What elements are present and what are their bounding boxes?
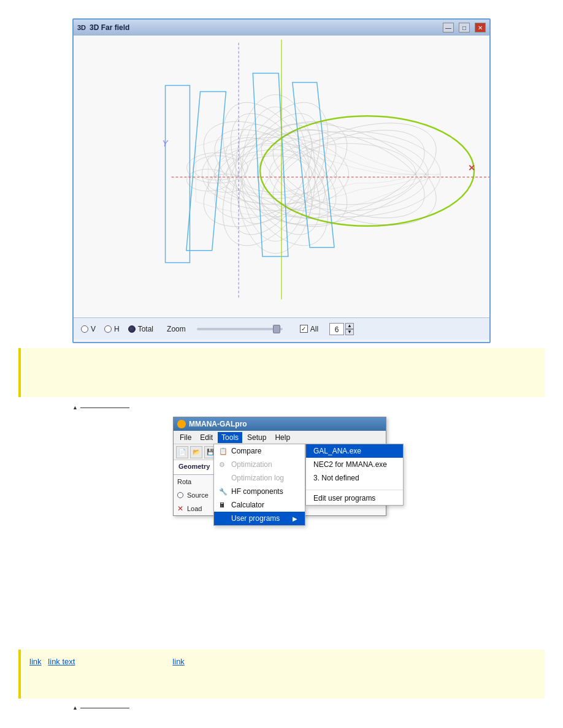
- v-radio[interactable]: V: [81, 325, 96, 333]
- v-radio-circle: [81, 325, 88, 333]
- user-programs-submenu: GAL_ANA.exe NEC2 for MMANA.exe 3. Not de…: [305, 444, 404, 506]
- note-box-2: link link text link: [18, 650, 545, 699]
- optimization-log-label: Optimization log: [231, 474, 284, 482]
- source-label: Source: [187, 491, 209, 499]
- viewport-toolbar: V H Total Zoom ✓ All 6 ▲ ▼: [74, 317, 489, 339]
- far-field-window: 3D 3D Far field — □ ✕ Y ✕: [72, 18, 491, 343]
- spinner-down[interactable]: ▼: [345, 329, 354, 335]
- maximize-button[interactable]: □: [459, 23, 470, 32]
- dropdown-optimization-log: Optimization log: [214, 471, 305, 485]
- footnote-1: ▲: [72, 404, 129, 411]
- optimization-icon: ⚙: [219, 461, 225, 469]
- mmana-title-label: MMANA-GALpro: [189, 420, 247, 428]
- submenu-gal-ana[interactable]: GAL_ANA.exe: [306, 444, 403, 458]
- submenu-edit-programs[interactable]: Edit user programs: [306, 491, 403, 505]
- hf-icon: 🔧: [219, 488, 228, 496]
- note-box-1: [18, 348, 545, 397]
- mmana-titlebar: MMANA-GALpro: [174, 417, 386, 431]
- note2-link2[interactable]: link text: [48, 657, 75, 666]
- menu-setup[interactable]: Setup: [243, 432, 270, 443]
- all-checkbox-box[interactable]: ✓: [300, 325, 308, 333]
- tools-dropdown: 📋 Compare ⚙ Optimization Optimization lo…: [213, 444, 305, 526]
- close-button[interactable]: ✕: [475, 23, 486, 32]
- mmana-title-icon: [177, 420, 186, 428]
- minimize-button[interactable]: —: [443, 23, 454, 32]
- v-radio-label: V: [91, 325, 96, 333]
- number-spinner[interactable]: 6 ▲ ▼: [329, 323, 354, 335]
- user-programs-label: User programs: [231, 514, 280, 523]
- all-label: All: [310, 325, 318, 333]
- footnote-rule-1: [80, 408, 129, 408]
- total-radio[interactable]: Total: [128, 325, 153, 333]
- compare-icon: 📋: [219, 447, 228, 455]
- submenu-nec2[interactable]: NEC2 for MMANA.exe: [306, 458, 403, 471]
- zoom-thumb[interactable]: [273, 325, 280, 333]
- footnote-rule-2: [80, 708, 129, 708]
- polarization-group: V H Total: [81, 325, 153, 333]
- spinner-value: 6: [329, 323, 344, 335]
- menu-tools[interactable]: Tools: [218, 432, 242, 443]
- menu-edit[interactable]: Edit: [196, 432, 216, 443]
- dropdown-optimization: ⚙ Optimization: [214, 458, 305, 471]
- footnote-triangle-1: ▲: [72, 404, 78, 411]
- note2-link1[interactable]: link: [29, 657, 42, 666]
- all-checkbox[interactable]: ✓ All: [300, 325, 318, 333]
- h-radio-circle: [104, 325, 112, 333]
- submenu-arrow: ▶: [293, 515, 297, 522]
- toolbar-open[interactable]: 📂: [190, 446, 202, 458]
- footnote-2: ▲: [72, 705, 129, 711]
- menu-file[interactable]: File: [176, 432, 195, 443]
- total-radio-circle: [128, 325, 136, 333]
- calc-label: Calculator: [231, 501, 264, 509]
- tab-geometry[interactable]: Geometry: [174, 460, 215, 474]
- menu-help[interactable]: Help: [271, 432, 294, 443]
- svg-text:✕: ✕: [468, 163, 475, 173]
- mmana-menubar: File Edit Tools Setup Help: [174, 431, 386, 444]
- source-radio[interactable]: [177, 492, 183, 498]
- submenu-not-defined[interactable]: 3. Not defined: [306, 471, 403, 485]
- load-label: Load: [187, 505, 202, 512]
- dropdown-user-programs[interactable]: User programs ▶: [214, 512, 305, 525]
- optimization-label: Optimization: [231, 460, 272, 469]
- rota-label: Rota: [177, 478, 191, 485]
- x-icon: ✕: [177, 504, 183, 513]
- dropdown-calculator[interactable]: 🖩 Calculator: [214, 498, 305, 512]
- calc-icon: 🖩: [219, 501, 226, 509]
- dropdown-hf-components[interactable]: 🔧 HF components: [214, 485, 305, 498]
- hf-label: HF components: [231, 487, 283, 496]
- note2-link3[interactable]: link: [172, 657, 185, 666]
- zoom-label: Zoom: [167, 325, 186, 333]
- zoom-track[interactable]: [197, 328, 283, 330]
- h-radio[interactable]: H: [104, 325, 120, 333]
- window-icon: 3D: [77, 24, 86, 31]
- viewport-3d[interactable]: Y ✕: [74, 36, 489, 317]
- submenu-separator: [306, 485, 403, 490]
- total-radio-label: Total: [138, 325, 153, 333]
- h-radio-label: H: [114, 325, 120, 333]
- footnote-triangle-2: ▲: [72, 705, 78, 711]
- compare-label: Compare: [231, 447, 261, 455]
- spinner-up[interactable]: ▲: [345, 323, 354, 329]
- window-titlebar: 3D 3D Far field — □ ✕: [74, 20, 489, 36]
- dropdown-compare[interactable]: 📋 Compare: [214, 444, 305, 458]
- spinner-arrows: ▲ ▼: [345, 323, 354, 335]
- toolbar-new[interactable]: 📄: [176, 446, 188, 458]
- window-title: 3D Far field: [90, 23, 438, 32]
